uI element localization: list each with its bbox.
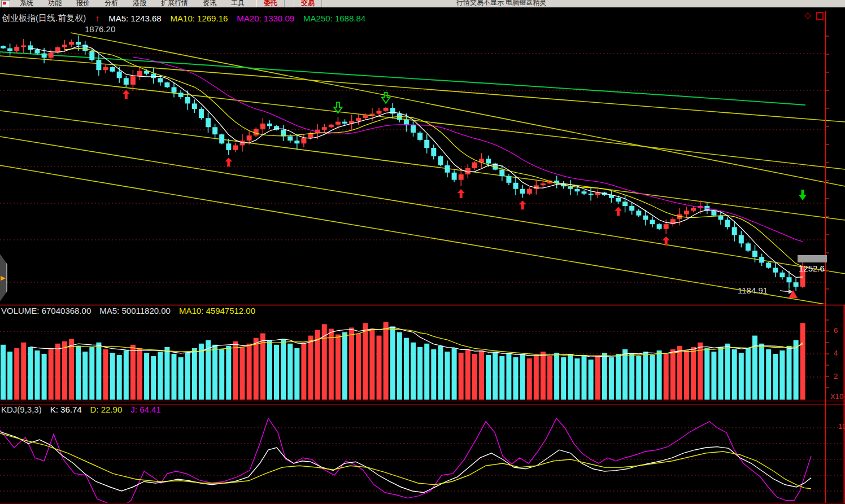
candle-body[interactable] — [369, 113, 374, 115]
candle-body[interactable] — [589, 194, 594, 195]
candle-body[interactable] — [691, 208, 696, 211]
volume-bar[interactable] — [62, 341, 67, 400]
volume-bar[interactable] — [356, 334, 361, 400]
volume-bar[interactable] — [629, 353, 634, 400]
volume-bar[interactable] — [527, 358, 532, 400]
candle-body[interactable] — [247, 135, 252, 141]
candle-body[interactable] — [21, 45, 26, 47]
candle-body[interactable] — [96, 60, 101, 70]
volume-bar[interactable] — [144, 353, 149, 400]
volume-bar[interactable] — [110, 353, 115, 400]
volume-bar[interactable] — [369, 328, 374, 400]
volume-bar[interactable] — [76, 346, 81, 400]
candle-body[interactable] — [411, 125, 416, 133]
candle-body[interactable] — [62, 45, 67, 47]
volume-bar[interactable] — [541, 352, 546, 400]
volume-bar[interactable] — [384, 322, 389, 400]
candle-body[interactable] — [329, 125, 334, 128]
candle-body[interactable] — [212, 127, 217, 134]
volume-bar[interactable] — [650, 355, 655, 400]
candle-body[interactable] — [499, 170, 504, 177]
menu-trade-item-0[interactable]: 委托 — [256, 0, 285, 7]
candle-body[interactable] — [684, 211, 689, 214]
volume-bar[interactable] — [766, 349, 771, 400]
candle-body[interactable] — [49, 52, 54, 58]
candle-body[interactable] — [260, 124, 265, 129]
candle-body[interactable] — [582, 191, 587, 194]
menu-item-6[interactable]: 资讯 — [195, 0, 224, 7]
candle-body[interactable] — [117, 72, 122, 78]
candle-body[interactable] — [206, 118, 211, 127]
candle-body[interactable] — [233, 145, 238, 150]
candle-body[interactable] — [226, 143, 231, 150]
candle-body[interactable] — [178, 93, 184, 97]
volume-bar[interactable] — [677, 346, 682, 400]
volume-bar[interactable] — [89, 347, 94, 400]
volume-bar[interactable] — [472, 354, 477, 400]
volume-bar[interactable] — [718, 347, 724, 400]
volume-bar[interactable] — [800, 323, 805, 400]
candle-body[interactable] — [725, 220, 730, 227]
candle-body[interactable] — [89, 51, 94, 60]
trendline[interactable] — [0, 165, 845, 308]
volume-bar[interactable] — [219, 349, 224, 400]
volume-bar[interactable] — [520, 354, 525, 400]
candle-body[interactable] — [130, 76, 136, 85]
volume-bar[interactable] — [185, 353, 190, 400]
volume-bar[interactable] — [151, 356, 156, 400]
candle-body[interactable] — [622, 201, 628, 206]
menu-trade-item-1[interactable]: 交易 — [294, 0, 322, 7]
volume-bar[interactable] — [732, 349, 737, 400]
candle-body[interactable] — [76, 42, 81, 45]
candle-body[interactable] — [506, 176, 511, 183]
volume-bar[interactable] — [589, 360, 594, 400]
candle-body[interactable] — [657, 224, 662, 229]
candle-body[interactable] — [103, 67, 108, 70]
candle-body[interactable] — [541, 183, 546, 185]
menu-item-4[interactable]: 港股 — [125, 0, 154, 7]
candle-body[interactable] — [288, 136, 293, 141]
volume-bar[interactable] — [96, 343, 101, 400]
volume-bar[interactable] — [301, 343, 306, 400]
candle-body[interactable] — [377, 111, 382, 113]
volume-bar[interactable] — [28, 347, 33, 400]
candle-body[interactable] — [1, 46, 6, 49]
candle-body[interactable] — [794, 282, 799, 287]
volume-bar[interactable] — [779, 350, 785, 400]
volume-bar[interactable] — [14, 348, 19, 400]
candle-body[interactable] — [472, 163, 477, 168]
volume-bar[interactable] — [411, 343, 416, 400]
volume-bar[interactable] — [711, 352, 716, 400]
volume-bar[interactable] — [164, 347, 169, 400]
volume-bar[interactable] — [322, 324, 327, 400]
volume-bar[interactable] — [752, 336, 757, 400]
volume-bar[interactable] — [124, 350, 129, 400]
main-price-panel[interactable] — [0, 33, 845, 308]
volume-bar[interactable] — [254, 338, 259, 400]
candle-body[interactable] — [199, 109, 204, 118]
menu-item-5[interactable]: 扩展行情 — [154, 0, 195, 7]
volume-bar[interactable] — [82, 352, 88, 400]
volume-bar[interactable] — [294, 348, 299, 400]
candle-body[interactable] — [281, 130, 286, 137]
candle-body[interactable] — [185, 97, 190, 104]
candle-body[interactable] — [520, 189, 525, 194]
volume-bar[interactable] — [739, 353, 744, 400]
volume-bar[interactable] — [55, 344, 60, 400]
candle-body[interactable] — [69, 42, 74, 45]
candle-body[interactable] — [636, 211, 641, 215]
candle-body[interactable] — [424, 140, 429, 148]
volume-bar[interactable] — [787, 346, 792, 400]
volume-bar[interactable] — [103, 349, 108, 400]
candle-body[interactable] — [137, 71, 142, 76]
volume-bar[interactable] — [363, 323, 368, 400]
trendline[interactable] — [0, 73, 845, 169]
candle-body[interactable] — [158, 78, 163, 82]
volume-bar[interactable] — [212, 345, 217, 400]
menu-item-1[interactable]: 功能 — [41, 0, 69, 7]
volume-bar[interactable] — [684, 350, 689, 400]
candle-body[interactable] — [164, 82, 169, 87]
volume-bar[interactable] — [247, 344, 252, 400]
candle-body[interactable] — [7, 49, 12, 51]
candle-body[interactable] — [301, 138, 306, 144]
